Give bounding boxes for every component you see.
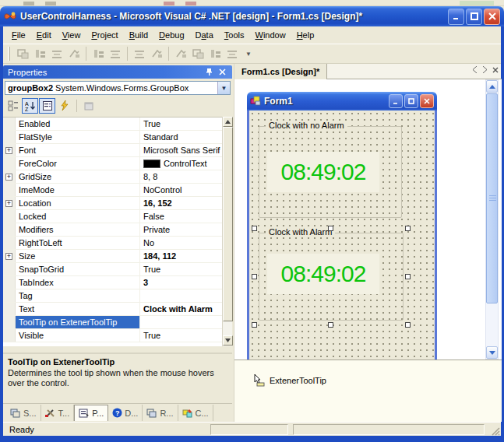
property-name[interactable]: ForeColor	[16, 157, 140, 170]
auto-hide-pin-icon[interactable]	[203, 67, 214, 77]
property-row-snaptogrid[interactable]: SnapToGridTrue	[3, 263, 232, 276]
scroll-down-icon[interactable]	[223, 335, 233, 346]
groupbox-clock-no-alarm[interactable]: Clock with no Alarm 08:49:02	[259, 126, 402, 218]
title-bar[interactable]: UserControlHarness - Microsoft Visual C#…	[0, 6, 504, 26]
tab-form1-design[interactable]: Form1.cs [Design]*	[234, 64, 327, 79]
menu-edit[interactable]: Edit	[31, 28, 57, 42]
property-row-location[interactable]: +Location16, 152	[3, 197, 232, 210]
tool-tab-r[interactable]: R...	[143, 405, 178, 421]
scroll-tabs-right-icon[interactable]	[482, 66, 488, 73]
property-name[interactable]: Enabled	[16, 118, 140, 130]
design-form-window[interactable]: Form1 Clock with no Alarm 08:49:02	[247, 92, 437, 360]
scroll-down-icon[interactable]	[486, 346, 498, 359]
clock-display[interactable]: 08:49:02	[267, 152, 379, 192]
property-row-locked[interactable]: LockedFalse	[3, 210, 232, 223]
toolbar-options-chevron-icon[interactable]: ▼	[245, 51, 252, 58]
tool-tab-s[interactable]: S...	[6, 405, 41, 421]
property-value[interactable]	[140, 316, 232, 328]
tool-tab-p[interactable]: P...	[74, 405, 108, 421]
menu-file[interactable]: File	[6, 28, 31, 42]
form-client-area[interactable]: Clock with no Alarm 08:49:02 Clock with …	[249, 110, 435, 360]
component-tray[interactable]: ExtenerToolTip	[234, 360, 502, 422]
expand-icon[interactable]: +	[5, 200, 12, 207]
categorized-icon[interactable]	[5, 98, 21, 114]
close-properties-icon[interactable]	[217, 67, 227, 77]
align-tops-icon[interactable]	[48, 46, 65, 61]
resize-grip[interactable]	[490, 426, 500, 436]
property-grid-scrollbar[interactable]	[222, 117, 232, 346]
align-to-grid-icon[interactable]	[14, 46, 31, 61]
property-name[interactable]: Locked	[16, 210, 140, 223]
bring-to-front-icon[interactable]	[172, 46, 189, 61]
tab-order-icon[interactable]	[224, 46, 241, 61]
property-value[interactable]: Microsoft Sans Serif	[140, 144, 232, 156]
property-name[interactable]: RightToLeft	[16, 237, 140, 249]
property-row-modifiers[interactable]: ModifiersPrivate	[3, 223, 232, 237]
selection-handle[interactable]	[252, 226, 257, 231]
property-value[interactable]: Clock with Alarm	[140, 303, 232, 315]
property-value[interactable]: 16, 152	[140, 197, 232, 209]
property-value[interactable]: 8, 8	[140, 170, 232, 183]
menu-data[interactable]: Data	[190, 28, 219, 42]
property-name[interactable]: Visible	[16, 329, 140, 342]
property-value[interactable]: NoControl	[140, 184, 232, 196]
properties-icon[interactable]	[39, 98, 55, 114]
properties-title-bar[interactable]: Properties	[3, 65, 232, 79]
property-value[interactable]: 184, 112	[140, 250, 232, 262]
property-name[interactable]: TabIndex	[16, 276, 140, 289]
menu-debug[interactable]: Debug	[153, 28, 189, 42]
property-row-tabindex[interactable]: TabIndex3	[3, 276, 232, 289]
menu-help[interactable]: Help	[291, 28, 320, 42]
property-name[interactable]: SnapToGrid	[16, 263, 140, 275]
property-name[interactable]: ToolTip on ExtenerToolTip	[16, 316, 140, 328]
selection-handle[interactable]	[252, 274, 257, 279]
selection-handle[interactable]	[405, 274, 411, 279]
maximize-button[interactable]	[466, 9, 482, 25]
form-title-bar[interactable]: Form1	[247, 92, 437, 110]
center-vertically-icon[interactable]	[148, 46, 165, 61]
form-maximize-button[interactable]	[404, 94, 418, 108]
property-name[interactable]: GridSize	[16, 170, 140, 183]
property-row-tag[interactable]: Tag	[3, 289, 232, 303]
designer-vertical-scrollbar[interactable]	[485, 79, 499, 360]
property-value[interactable]: True	[140, 329, 232, 342]
minimize-button[interactable]	[448, 9, 464, 25]
property-value[interactable]: ControlText	[140, 157, 232, 170]
property-name[interactable]: Font	[16, 144, 140, 156]
close-document-icon[interactable]	[492, 67, 499, 73]
property-name[interactable]: Text	[16, 303, 140, 315]
menu-build[interactable]: Build	[124, 28, 153, 42]
events-icon[interactable]	[56, 98, 72, 114]
expand-icon[interactable]: +	[5, 174, 12, 181]
selection-handle[interactable]	[405, 226, 411, 231]
property-value[interactable]: True	[140, 263, 232, 275]
menu-window[interactable]: Window	[249, 28, 291, 42]
center-horizontally-icon[interactable]	[131, 46, 148, 61]
form-minimize-button[interactable]	[389, 94, 403, 108]
property-row-size[interactable]: +Size184, 112	[3, 250, 232, 263]
selection-handle[interactable]	[252, 322, 257, 328]
object-selector-combobox[interactable]: groupBox2 System.Windows.Forms.GroupBox …	[5, 81, 231, 95]
property-name[interactable]: Tag	[16, 289, 140, 302]
property-name[interactable]: Modifiers	[16, 223, 140, 236]
align-lefts-icon[interactable]	[31, 46, 48, 61]
alphabetical-icon[interactable]: AZ	[22, 98, 38, 114]
scroll-tabs-left-icon[interactable]	[472, 66, 478, 73]
increase-horizontal-spacing-icon[interactable]	[90, 46, 107, 61]
property-name[interactable]: FlatStyle	[16, 131, 140, 143]
property-row-enabled[interactable]: EnabledTrue	[3, 118, 232, 131]
property-value[interactable]: Standard	[140, 131, 232, 143]
property-value[interactable]: No	[140, 237, 232, 249]
tool-tab-c[interactable]: C...	[178, 405, 213, 421]
property-name[interactable]: Size	[16, 250, 140, 262]
selection-handle[interactable]	[328, 322, 333, 328]
scroll-up-icon[interactable]	[223, 117, 233, 127]
groupbox-clock-with-alarm[interactable]: Clock with Alarm 08:49:02	[259, 233, 404, 321]
selection-handle[interactable]	[405, 322, 411, 328]
menu-view[interactable]: View	[57, 28, 86, 42]
property-value[interactable]: Private	[140, 223, 232, 236]
property-value[interactable]: True	[140, 118, 232, 130]
order-icon[interactable]	[206, 46, 224, 61]
property-row-imemode[interactable]: ImeModeNoControl	[3, 184, 232, 197]
property-row-visible[interactable]: VisibleTrue	[3, 329, 232, 342]
